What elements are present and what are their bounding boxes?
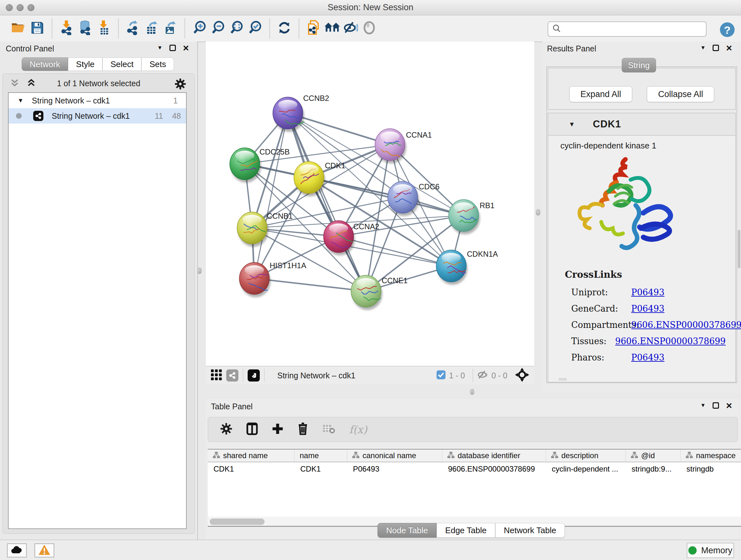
birds-eye-view-icon[interactable] <box>248 369 260 381</box>
table-cell[interactable]: cyclin-dependent ... <box>546 462 626 476</box>
table-cell[interactable]: 9606.ENSP00000378699 <box>442 462 546 476</box>
node-RB1[interactable]: RB1 <box>449 199 495 234</box>
left-splitter-handle[interactable] <box>197 267 202 274</box>
node-CDC6[interactable]: CDC6 <box>388 181 440 216</box>
selected-checkbox-icon[interactable] <box>436 370 446 381</box>
help-button[interactable]: ? <box>719 22 735 38</box>
panel-close-icon[interactable]: × <box>183 45 189 51</box>
network-share-view-icon[interactable] <box>226 369 239 381</box>
tab-edge-table[interactable]: Edge Table <box>436 523 495 538</box>
collection-expand-icon[interactable]: ▼ <box>17 97 23 104</box>
add-column-plus-icon[interactable] <box>272 423 283 436</box>
import-network-file-button[interactable] <box>57 19 76 38</box>
import-network-database-button[interactable] <box>76 19 94 38</box>
network-tree: ▼ String Network – cdk1 1 String Network… <box>8 92 187 529</box>
crosslink-link[interactable]: 9606.ENSP00000378699 <box>615 336 726 346</box>
splitter-handle[interactable] <box>470 389 474 395</box>
node-CDKN1A[interactable]: CDKN1A <box>436 250 498 285</box>
column-header-canonical-name[interactable]: canonical name <box>347 449 442 462</box>
export-network-button[interactable] <box>124 19 142 38</box>
table-row[interactable]: CDK1CDK1P064939606.ENSP00000378699cyclin… <box>208 462 741 476</box>
node-CDK1[interactable]: CDK1 <box>294 161 345 196</box>
table-cell[interactable]: stringdb <box>681 462 741 476</box>
cloud-status-button[interactable] <box>7 543 27 557</box>
clone-network-button[interactable] <box>305 19 323 38</box>
panel-menu-icon[interactable]: ▼ <box>700 45 705 51</box>
node-CCNB2[interactable]: CCNB2 <box>273 94 329 132</box>
panel-close-icon[interactable]: × <box>726 402 732 409</box>
highlight-button[interactable] <box>360 19 379 38</box>
column-header-description[interactable]: description <box>546 449 626 462</box>
node-HIST1H1A[interactable]: HIST1H1A <box>239 261 307 297</box>
edge-CCNB2-HIST1H1A[interactable] <box>254 113 288 278</box>
panel-menu-icon[interactable]: ▼ <box>157 45 162 51</box>
warning-status-button[interactable] <box>35 543 54 557</box>
gene-entry-header[interactable]: ▼ CDK1 <box>548 113 735 136</box>
results-vscroll-thumb[interactable] <box>738 230 740 268</box>
table-cell[interactable]: P06493 <box>347 462 442 476</box>
tab-style[interactable]: Style <box>68 57 103 71</box>
network-canvas[interactable]: CCNB2CCNA1CDC25BCDK1CDC6RB1CCNB1CCNA2CDK… <box>206 42 534 366</box>
collection-label: String Network – cdk1 <box>32 96 110 105</box>
zoom-selected-button[interactable] <box>246 19 264 38</box>
edge-CDK1-RB1[interactable] <box>309 178 464 215</box>
edge-HIST1H1A-CCNE1[interactable] <box>254 278 366 291</box>
zoom-out-button[interactable] <box>209 19 227 38</box>
network-row-selected[interactable]: String Network – cdk1 11 48 <box>9 108 186 124</box>
crosslink-link[interactable]: P06493 <box>631 287 664 297</box>
panel-menu-icon[interactable]: ▼ <box>700 402 705 409</box>
tab-node-table[interactable]: Node Table <box>378 523 436 538</box>
delete-column-trash-icon[interactable] <box>297 422 308 436</box>
crosslink-link[interactable]: P06493 <box>631 353 664 362</box>
open-session-button[interactable] <box>10 19 28 38</box>
table-settings-gear-icon[interactable] <box>220 423 232 436</box>
network-options-gear-icon[interactable] <box>175 78 186 91</box>
protein-structure-image <box>564 152 685 268</box>
edge-CCNA2-CDKN1A[interactable] <box>339 237 451 266</box>
table-cell[interactable]: stringdb:9... <box>626 462 681 476</box>
tab-network[interactable]: Network <box>22 57 68 71</box>
import-table-file-button[interactable] <box>94 19 113 38</box>
zoom-fit-button[interactable] <box>227 19 246 38</box>
column-header-shared-name[interactable]: shared name <box>208 449 294 462</box>
tab-select[interactable]: Select <box>103 57 141 71</box>
current-network-title: String Network – cdk1 <box>277 371 355 380</box>
crosslink-link[interactable]: 9606.ENSP00000378699 <box>631 320 741 330</box>
panel-float-icon[interactable] <box>713 402 719 409</box>
string-home-button[interactable] <box>323 19 341 38</box>
crosslink-link[interactable]: P06493 <box>631 304 664 314</box>
column-header-name[interactable]: name <box>294 449 347 462</box>
tab-network-table[interactable]: Network Table <box>495 523 565 538</box>
entry-hscroll-thumb[interactable] <box>558 378 567 381</box>
column-header-database-identifier[interactable]: database identifier <box>442 449 546 462</box>
table-hscroll-thumb[interactable] <box>210 518 265 525</box>
fit-content-crosshair-icon[interactable] <box>515 368 529 383</box>
grid-view-icon[interactable] <box>210 369 222 382</box>
search-input[interactable] <box>564 24 706 34</box>
refresh-layout-button[interactable] <box>275 19 293 38</box>
memory-button[interactable]: Memory <box>687 543 734 558</box>
save-session-button[interactable] <box>28 19 47 38</box>
expand-all-button[interactable]: Expand All <box>569 86 632 102</box>
network-graph[interactable]: CCNB2CCNA1CDC25BCDK1CDC6RB1CCNB1CCNA2CDK… <box>206 42 534 366</box>
panel-float-icon[interactable] <box>170 45 176 51</box>
right-splitter-handle[interactable] <box>536 209 540 215</box>
table-cell[interactable]: CDK1 <box>294 462 347 476</box>
show-columns-icon[interactable] <box>246 422 258 436</box>
collapse-all-button[interactable]: Collapse All <box>647 86 714 102</box>
hidden-eye-slash-icon[interactable] <box>477 370 488 381</box>
column-header--id[interactable]: @id <box>626 449 681 462</box>
tab-string[interactable]: String <box>622 58 656 72</box>
panel-float-icon[interactable] <box>713 45 719 51</box>
node-CDC25B[interactable]: CDC25B <box>230 147 290 183</box>
network-collection-row[interactable]: ▼ String Network – cdk1 1 <box>9 93 186 108</box>
export-image-button[interactable] <box>161 19 179 38</box>
panel-close-icon[interactable]: × <box>726 45 732 51</box>
export-table-button[interactable] <box>142 19 161 38</box>
tab-sets[interactable]: Sets <box>141 57 174 71</box>
show-hide-button[interactable] <box>341 19 360 38</box>
entry-collapse-icon[interactable]: ▼ <box>569 121 575 128</box>
zoom-in-button[interactable] <box>190 19 209 38</box>
table-cell[interactable]: CDK1 <box>208 462 294 476</box>
column-header-namespace[interactable]: namespace <box>681 449 741 462</box>
